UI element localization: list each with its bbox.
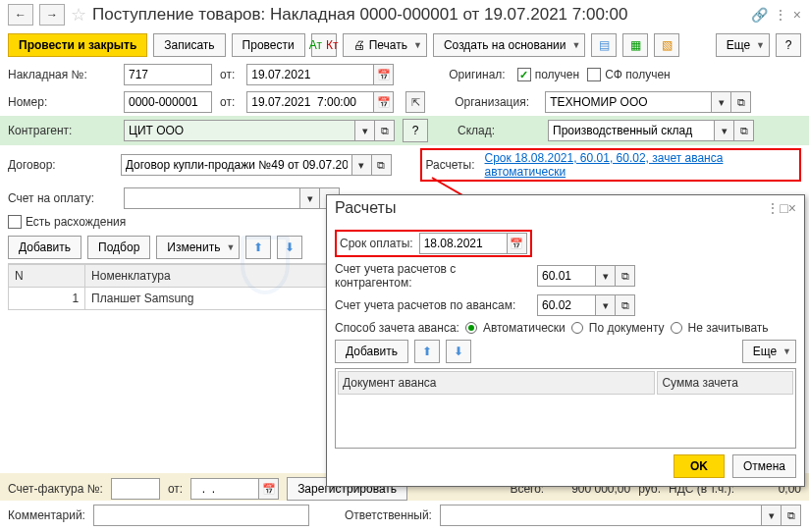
- counterparty-drop[interactable]: ▾: [355, 120, 375, 141]
- popup-down-button[interactable]: ⬇: [446, 340, 471, 363]
- popup-title: Расчеты: [335, 199, 396, 217]
- advance-table: Документ аванса Сумма зачета: [335, 368, 796, 449]
- bill-label: Счет на оплату:: [8, 191, 116, 205]
- due-calendar-icon[interactable]: 📅: [508, 233, 527, 254]
- post-close-button[interactable]: Провести и закрыть: [8, 33, 147, 57]
- offset-none-radio[interactable]: [671, 322, 682, 334]
- forward-button[interactable]: →: [39, 4, 65, 26]
- discrepancy-checkbox[interactable]: [8, 215, 22, 229]
- window-title: Поступление товаров: Накладная 0000-0000…: [92, 5, 745, 25]
- responsible-input[interactable]: [440, 505, 762, 526]
- table-down-button[interactable]: ⬇: [277, 236, 302, 259]
- sf-received-checkbox[interactable]: [587, 68, 601, 81]
- close-icon[interactable]: ×: [793, 7, 801, 23]
- responsible-label: Ответственный:: [345, 508, 432, 522]
- sf-no-input[interactable]: [111, 478, 160, 500]
- comment-label: Комментарий:: [8, 508, 85, 522]
- calc-label: Расчеты:: [425, 158, 474, 172]
- ext-icon[interactable]: ⇱: [405, 91, 425, 113]
- dtkt-button[interactable]: АтКт: [311, 33, 337, 57]
- received-checkbox[interactable]: ✓: [517, 68, 531, 81]
- number-label: Номер:: [8, 95, 116, 109]
- sf-calendar-icon[interactable]: 📅: [259, 478, 279, 500]
- counterparty-label: Контрагент:: [8, 124, 116, 137]
- popup-max-icon[interactable]: □: [780, 200, 787, 216]
- table-edit-button[interactable]: Изменить▼: [156, 236, 240, 259]
- due-date-input[interactable]: [419, 233, 508, 254]
- offset-doc-radio[interactable]: [571, 322, 583, 334]
- original-label: Оригинал:: [449, 68, 505, 81]
- counterparty-help[interactable]: ?: [403, 119, 428, 142]
- back-button[interactable]: ←: [8, 4, 33, 26]
- invoice-date-input[interactable]: [246, 64, 374, 85]
- post-button[interactable]: Провести: [232, 33, 305, 57]
- bill-drop[interactable]: ▾: [300, 187, 320, 209]
- doc-button-2[interactable]: ▦: [622, 33, 648, 57]
- acc-counterparty-label: Счет учета расчетов с контрагентом:: [335, 262, 531, 290]
- invoice-no-input[interactable]: [124, 64, 212, 85]
- from-label-1: от:: [220, 68, 235, 81]
- table-select-button[interactable]: Подбор: [87, 236, 150, 259]
- contract-label: Договор:: [8, 158, 113, 172]
- sf-from-label: от:: [168, 482, 183, 496]
- offset-auto-radio[interactable]: [465, 322, 477, 334]
- help-button[interactable]: ?: [776, 33, 801, 57]
- acc-cp-open[interactable]: ⧉: [616, 265, 635, 287]
- counterparty-open[interactable]: ⧉: [375, 120, 395, 141]
- resp-drop[interactable]: ▾: [762, 505, 782, 526]
- popup-close-icon[interactable]: ×: [788, 200, 796, 216]
- contract-open[interactable]: ⧉: [372, 154, 392, 176]
- calendar-icon[interactable]: 📅: [374, 64, 394, 85]
- received-label: получен: [535, 68, 579, 81]
- table-up-button[interactable]: ⬆: [245, 236, 271, 259]
- calc-popup: Расчеты ⋮ □ × Срок оплаты: 📅 Счет учета …: [326, 194, 805, 487]
- star-icon[interactable]: ☆: [71, 4, 86, 26]
- from-label-2: от:: [220, 95, 235, 109]
- col-doc: Документ аванса: [338, 371, 655, 395]
- sf-received-label: СФ получен: [605, 68, 671, 81]
- save-button[interactable]: Записать: [153, 33, 225, 57]
- link-icon[interactable]: 🔗: [751, 7, 768, 23]
- warehouse-open[interactable]: ⧉: [734, 120, 754, 141]
- more-button[interactable]: Еще▼: [716, 33, 770, 57]
- menu-icon[interactable]: ⋮: [774, 7, 787, 23]
- acc-advance-input[interactable]: [537, 294, 596, 316]
- org-input[interactable]: [545, 91, 712, 113]
- number-input[interactable]: [124, 91, 212, 113]
- discrepancy-label: Есть расхождения: [26, 215, 126, 229]
- popup-up-button[interactable]: ⬆: [414, 340, 440, 363]
- doc-button-3[interactable]: ▧: [654, 33, 679, 57]
- acc-advance-label: Счет учета расчетов по авансам:: [335, 298, 531, 312]
- ok-button[interactable]: OK: [674, 454, 725, 478]
- warehouse-input[interactable]: [548, 120, 715, 141]
- calendar-icon-2[interactable]: 📅: [374, 91, 394, 113]
- contract-drop[interactable]: ▾: [352, 154, 372, 176]
- popup-more-button[interactable]: Еще▼: [742, 340, 796, 363]
- org-open[interactable]: ⧉: [731, 91, 751, 113]
- due-label: Срок оплаты:: [340, 237, 413, 250]
- offset-doc-label: По документу: [589, 321, 665, 335]
- cancel-button[interactable]: Отмена: [732, 454, 796, 478]
- table-add-button[interactable]: Добавить: [8, 236, 81, 259]
- acc-adv-open[interactable]: ⧉: [616, 294, 635, 316]
- counterparty-input[interactable]: [124, 120, 355, 141]
- resp-open[interactable]: ⧉: [782, 505, 801, 526]
- acc-adv-drop[interactable]: ▾: [596, 294, 616, 316]
- warehouse-drop[interactable]: ▾: [715, 120, 734, 141]
- doc-button-1[interactable]: ▤: [591, 33, 617, 57]
- comment-input[interactable]: [93, 505, 309, 526]
- calc-link[interactable]: Срок 18.08.2021, 60.01, 60.02, зачет ава…: [485, 151, 796, 179]
- popup-menu-icon[interactable]: ⋮: [766, 200, 780, 216]
- contract-input[interactable]: [121, 154, 352, 176]
- print-button[interactable]: 🖨 Печать▼: [343, 33, 427, 57]
- offset-auto-label: Автоматически: [483, 321, 566, 335]
- acc-counterparty-input[interactable]: [537, 265, 596, 287]
- invoice-label: Накладная №:: [8, 68, 116, 81]
- sf-date-input[interactable]: [190, 478, 259, 500]
- popup-add-button[interactable]: Добавить: [335, 340, 408, 363]
- bill-input[interactable]: [124, 187, 300, 209]
- number-date-input[interactable]: [246, 91, 374, 113]
- org-drop[interactable]: ▾: [712, 91, 731, 113]
- acc-cp-drop[interactable]: ▾: [596, 265, 616, 287]
- create-based-button[interactable]: Создать на основании▼: [433, 33, 585, 57]
